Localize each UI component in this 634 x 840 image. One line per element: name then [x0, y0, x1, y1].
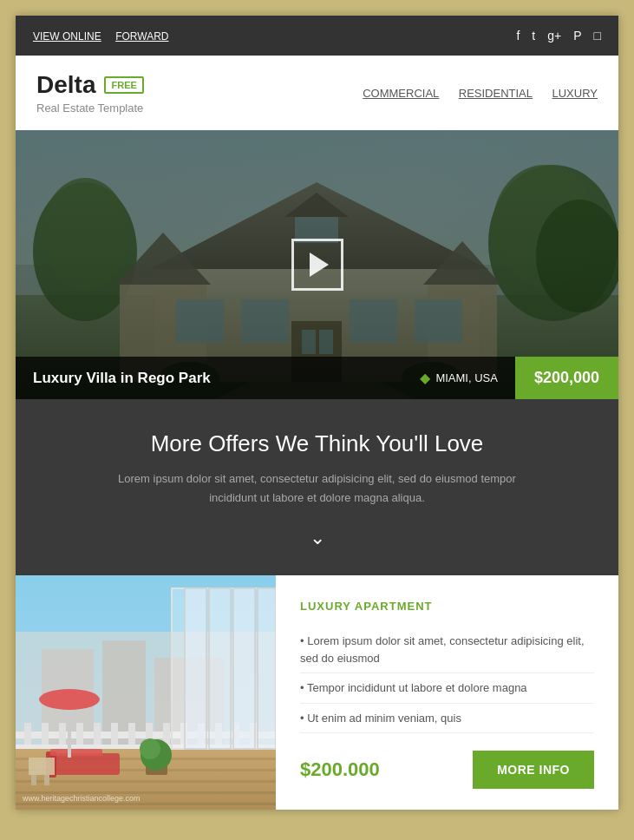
brand-name: Delta [36, 71, 95, 99]
svg-rect-40 [163, 723, 170, 745]
svg-point-68 [140, 738, 160, 759]
offers-title: More Offers We Think You'll Love [36, 430, 598, 457]
svg-rect-61 [29, 758, 55, 775]
hero-section: Luxury Villa in Rego Park ◆ MIAMI, USA $… [16, 130, 618, 399]
brand-section: Delta FREE Real Estate Template COMMERCI… [16, 56, 618, 130]
more-info-button[interactable]: MORE INFO [473, 751, 594, 789]
header-links: VIEW ONLINE FORWARD [33, 28, 179, 43]
brand-left: Delta FREE Real Estate Template [36, 71, 144, 115]
listing-bullet-2: Tempor incididunt ut labore et dolore ma… [300, 673, 594, 704]
svg-point-65 [39, 689, 100, 710]
location-pin-icon: ◆ [420, 370, 430, 386]
free-badge: FREE [104, 76, 143, 94]
header-bar: VIEW ONLINE FORWARD f t g+ P □ [16, 16, 618, 56]
listing-bullet-1: Lorem ipsum dolor sit amet, consectetur … [300, 627, 594, 673]
nav-luxury[interactable]: LUXURY [552, 87, 598, 100]
offers-description: Lorem ipsum dolor sit amet, consectetur … [109, 469, 526, 508]
svg-rect-32 [24, 723, 31, 745]
listing-price: $200.000 [300, 758, 380, 781]
svg-rect-55 [209, 588, 231, 749]
nav-residential[interactable]: RESIDENTIAL [459, 87, 533, 100]
instagram-icon[interactable]: □ [594, 29, 601, 43]
svg-rect-62 [31, 775, 36, 785]
listing-type: LUXURY APARTMENT [300, 600, 594, 613]
svg-rect-52 [16, 803, 276, 805]
svg-rect-58 [50, 753, 120, 775]
play-icon [310, 253, 329, 277]
facebook-icon[interactable]: f [516, 29, 520, 43]
hero-bottom-bar: Luxury Villa in Rego Park ◆ MIAMI, USA $… [16, 357, 618, 399]
listing-image: www.heritagechristiancollege.com [16, 575, 276, 810]
pinterest-icon[interactable]: P [573, 29, 581, 43]
svg-rect-37 [111, 723, 118, 745]
svg-rect-34 [59, 723, 66, 745]
svg-rect-38 [128, 723, 135, 745]
property-name: Luxury Villa in Rego Park [16, 357, 402, 399]
svg-rect-33 [42, 723, 49, 745]
svg-rect-60 [50, 749, 102, 756]
apartment-illustration [16, 575, 276, 810]
brand-title: Delta FREE [36, 71, 144, 99]
nav-commercial[interactable]: COMMERCIAL [363, 87, 439, 100]
hero-location: ◆ MIAMI, USA [402, 357, 515, 399]
social-icons: f t g+ P □ [516, 29, 601, 43]
email-container: VIEW ONLINE FORWARD f t g+ P □ Delta FRE… [16, 16, 618, 810]
location-text: MIAMI, USA [435, 371, 498, 384]
chevron-down-icon: ⌄ [310, 527, 325, 549]
svg-rect-50 [16, 780, 276, 783]
svg-rect-35 [76, 723, 83, 745]
svg-rect-54 [185, 588, 206, 749]
offers-section: More Offers We Think You'll Love Lorem i… [16, 399, 618, 575]
brand-subtitle: Real Estate Template [36, 102, 144, 115]
watermark-text: www.heritagechristiancollege.com [23, 794, 141, 803]
googleplus-icon[interactable]: g+ [547, 29, 561, 43]
view-online-link[interactable]: VIEW ONLINE [33, 30, 101, 43]
svg-rect-56 [233, 588, 255, 749]
listing-bullets: Lorem ipsum dolor sit amet, consectetur … [300, 627, 594, 733]
listing-content: LUXURY APARTMENT Lorem ipsum dolor sit a… [276, 575, 618, 810]
forward-link[interactable]: FORWARD [115, 30, 168, 43]
svg-rect-57 [258, 588, 276, 749]
play-button[interactable] [291, 239, 343, 291]
twitter-icon[interactable]: t [532, 29, 535, 43]
hero-price: $200,000 [515, 357, 618, 399]
brand-nav: COMMERCIAL RESIDENTIAL LUXURY [347, 85, 598, 101]
svg-rect-36 [94, 723, 101, 745]
listing-footer: $200.000 MORE INFO [300, 751, 594, 789]
listing-section: www.heritagechristiancollege.com LUXURY … [16, 575, 618, 810]
svg-rect-63 [44, 775, 49, 785]
listing-bullet-3: Ut enim ad minim veniam, quis [300, 704, 594, 734]
